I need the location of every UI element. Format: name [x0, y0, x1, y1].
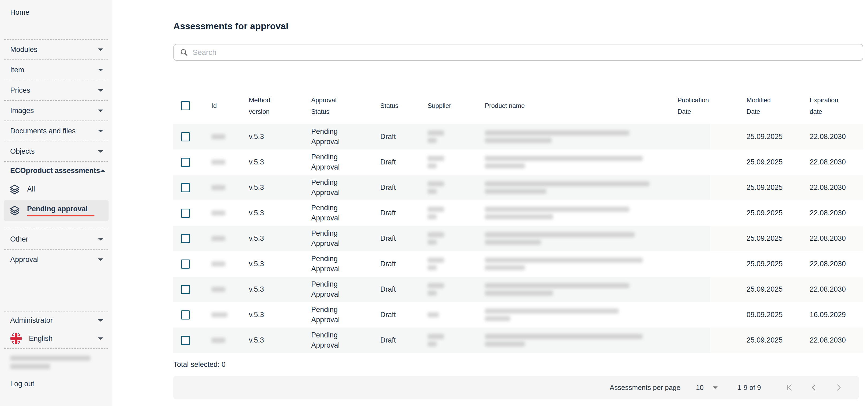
row-checkbox[interactable] [181, 209, 190, 218]
supplier-cell [428, 124, 485, 149]
sidebar-item-label: Item [10, 66, 24, 74]
method-version-cell: v.5.3 [249, 327, 311, 353]
pagination-bar: Assessments per page 10 1-9 of 9 [174, 376, 859, 399]
uk-flag-icon [10, 332, 22, 344]
approval-status-cell: Pending Approval [311, 226, 380, 251]
total-selected-label: Total selected: 0 [174, 360, 863, 369]
row-checkbox[interactable] [181, 183, 190, 192]
table-row[interactable]: v.5.3Pending ApprovalDraft09.09.202516.0… [174, 302, 863, 327]
sidebar-item-item[interactable]: Item [0, 60, 113, 80]
status-cell: Draft [380, 277, 428, 302]
layers-icon [9, 205, 20, 216]
publication-date-cell [678, 302, 710, 327]
table-row[interactable]: v.5.3Pending ApprovalDraft25.09.202522.0… [174, 124, 863, 149]
redacted-text [485, 181, 649, 186]
table-row[interactable]: v.5.3Pending ApprovalDraft25.09.202522.0… [174, 251, 863, 277]
sidebar-item-objects[interactable]: Objects [0, 141, 113, 161]
sidebar-item-prices[interactable]: Prices [0, 80, 113, 100]
expiration-date-cell: 22.08.2030 [797, 327, 863, 353]
modified-date-cell: 09.09.2025 [710, 302, 797, 327]
supplier-cell [428, 226, 485, 251]
column-header: Approval Status [311, 94, 380, 117]
table-row[interactable]: v.5.3Pending ApprovalDraft25.09.202522.0… [174, 277, 863, 302]
method-version-cell: v.5.3 [249, 302, 311, 327]
id-cell [204, 226, 249, 251]
per-page-value: 10 [696, 383, 704, 392]
product-name-redacted [485, 181, 649, 194]
next-page-button[interactable] [833, 382, 844, 393]
sidebar-item-label: Home [10, 8, 29, 17]
chevron-left-icon [809, 383, 818, 392]
redacted-text [428, 214, 437, 219]
sidebar-item-pending-approval[interactable]: Pending approval [4, 200, 108, 221]
main-content: Assessments for approval IdMethod versio… [113, 0, 868, 406]
previous-page-button[interactable] [809, 382, 819, 393]
row-checkbox[interactable] [181, 336, 190, 345]
redacted-text [485, 232, 635, 237]
sidebar-item-ecoproduct-assessments[interactable]: ECOproduct assessments [0, 162, 113, 179]
expiration-date-cell: 22.08.2030 [797, 226, 863, 251]
row-checkbox-cell [174, 149, 204, 175]
per-page-select[interactable]: 10 [696, 383, 718, 392]
row-checkbox[interactable] [181, 132, 190, 141]
supplier-redacted [428, 207, 444, 219]
sidebar-eco-children: AllPending approval [0, 179, 113, 229]
supplier-cell [428, 327, 485, 353]
table-row[interactable]: v.5.3Pending ApprovalDraft25.09.202522.0… [174, 226, 863, 251]
sidebar-item-administrator[interactable]: Administrator [0, 312, 113, 329]
approval-status-cell: Pending Approval [311, 302, 380, 327]
sidebar-sub-label-wrap: All [27, 185, 35, 193]
sidebar-item-label: Other [10, 235, 28, 243]
redacted-text [485, 130, 629, 136]
row-checkbox[interactable] [181, 260, 190, 269]
sidebar-item-other[interactable]: Other [0, 229, 113, 249]
expiration-date-cell: 16.09.2029 [797, 302, 863, 327]
sidebar-item-modules[interactable]: Modules [0, 40, 113, 59]
redacted-text [211, 338, 225, 343]
product-name-cell [485, 277, 678, 302]
status-cell: Draft [380, 124, 428, 149]
id-cell [204, 327, 249, 353]
select-all-checkbox[interactable] [181, 101, 190, 110]
row-checkbox-cell [174, 175, 204, 200]
redacted-text [428, 265, 437, 270]
redacted-text [485, 291, 553, 296]
redacted-text [485, 309, 619, 314]
sidebar-item-approval[interactable]: Approval [0, 250, 113, 269]
sidebar-item-images[interactable]: Images [0, 101, 113, 120]
row-checkbox[interactable] [181, 158, 190, 167]
logout-button[interactable]: Log out [0, 377, 113, 390]
supplier-redacted [428, 232, 444, 245]
table-row[interactable]: v.5.3Pending ApprovalDraft25.09.202522.0… [174, 200, 863, 226]
table-row[interactable]: v.5.3Pending ApprovalDraft25.09.202522.0… [174, 149, 863, 175]
product-name-cell [485, 226, 678, 251]
approval-status-cell: Pending Approval [311, 327, 380, 353]
sidebar-groups-bottom: OtherApproval [0, 229, 113, 269]
supplier-cell [428, 200, 485, 226]
chevron-right-icon [834, 383, 843, 392]
approval-status-value: Pending Approval [311, 127, 340, 147]
table-row[interactable]: v.5.3Pending ApprovalDraft25.09.202522.0… [174, 327, 863, 353]
expiration-date-cell: 22.08.2030 [797, 277, 863, 302]
table-row[interactable]: v.5.3Pending ApprovalDraft25.09.202522.0… [174, 175, 863, 200]
redacted-text [211, 312, 227, 317]
modified-date-cell: 25.09.2025 [710, 277, 797, 302]
sidebar-item-all[interactable]: All [0, 179, 113, 199]
sidebar-spacer [0, 269, 113, 311]
row-checkbox[interactable] [181, 234, 190, 243]
modified-date-cell: 25.09.2025 [710, 251, 797, 277]
sidebar-item-documents-and-files[interactable]: Documents and files [0, 121, 113, 141]
modified-date-cell: 25.09.2025 [710, 175, 797, 200]
language-selector[interactable]: English [0, 329, 113, 348]
modified-date-cell: 25.09.2025 [710, 200, 797, 226]
chevron-down-icon [98, 130, 103, 132]
active-item-underline [27, 215, 94, 216]
row-checkbox[interactable] [181, 310, 190, 319]
first-page-button[interactable] [784, 382, 795, 393]
search-input[interactable] [193, 48, 857, 57]
redacted-text [428, 312, 439, 317]
row-checkbox[interactable] [181, 285, 190, 294]
product-name-cell [485, 124, 678, 149]
redacted-text [428, 181, 444, 186]
sidebar-item-home[interactable]: Home [0, 4, 113, 21]
